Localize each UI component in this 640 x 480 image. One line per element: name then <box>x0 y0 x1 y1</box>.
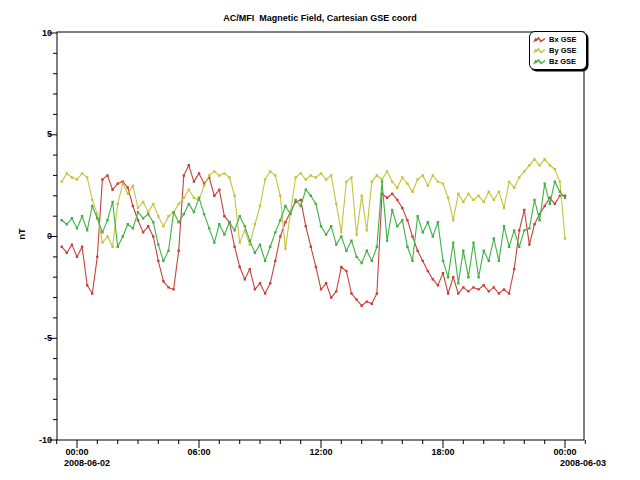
series-markers-bz-gse <box>61 180 567 284</box>
series-line-by-gse <box>62 159 565 249</box>
by-line-marker-icon <box>533 47 546 55</box>
bx-line-marker-icon <box>533 36 546 44</box>
legend-label-bz: Bz GSE <box>549 57 576 66</box>
plot-frame <box>57 32 584 440</box>
legend-entry-by: By GSE <box>533 45 586 56</box>
y-tick-label: -10 <box>18 435 52 446</box>
y-tick-label: -5 <box>18 333 52 344</box>
series-markers-bx-gse <box>61 164 567 307</box>
y-tick-label: 0 <box>18 231 52 242</box>
bz-line-marker-icon <box>533 58 546 66</box>
plot-canvas <box>0 0 640 480</box>
x-tick-label: 12:00 <box>301 447 341 458</box>
chart-title: AC/MFI Magnetic Field, Cartesian GSE coo… <box>0 13 640 23</box>
series-line-bx-gse <box>62 165 565 305</box>
magnetic-field-plot: AC/MFI Magnetic Field, Cartesian GSE coo… <box>0 0 640 480</box>
x-date-label-end: 2008-06-03 <box>560 458 606 469</box>
legend-entry-bz: Bz GSE <box>533 56 586 67</box>
series-line-bz-gse <box>62 182 565 284</box>
x-tick-label: 00:00 <box>545 447 585 458</box>
legend-entry-bx: Bx GSE <box>533 34 586 45</box>
legend-label-by: By GSE <box>549 46 577 55</box>
x-date-label-start: 2008-06-02 <box>64 458 110 469</box>
series-markers-by-gse <box>61 158 567 250</box>
legend: Bx GSE By GSE Bz GSE <box>529 31 587 70</box>
legend-label-bx: Bx GSE <box>549 35 577 44</box>
y-tick-label: 5 <box>18 129 52 140</box>
x-tick-label: 06:00 <box>179 447 219 458</box>
x-tick-label: 18:00 <box>423 447 463 458</box>
x-tick-label: 00:00 <box>57 447 97 458</box>
y-tick-label: 10 <box>18 28 52 39</box>
